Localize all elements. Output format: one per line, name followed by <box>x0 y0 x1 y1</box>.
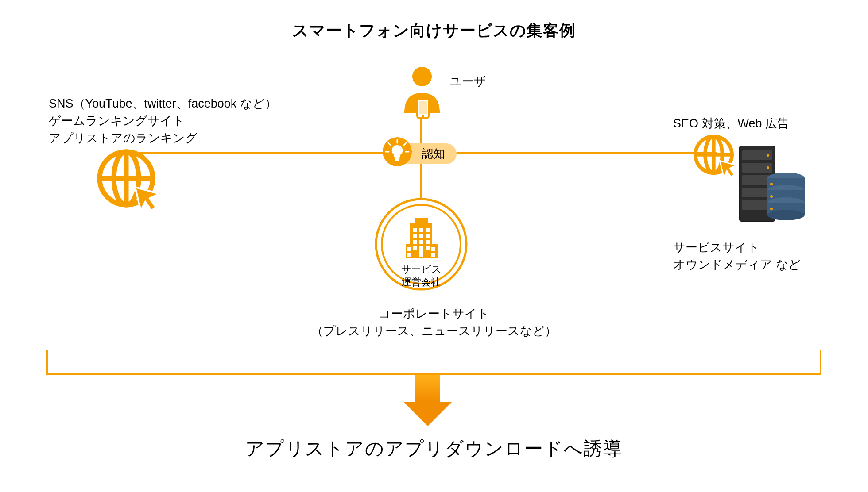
right-caption-line2: オウンドメディア など <box>673 256 801 273</box>
corporate-caption: コーポレートサイト （プレスリリース、ニュースリリースなど） <box>0 305 868 340</box>
svg-point-28 <box>767 166 769 169</box>
svg-rect-59 <box>419 246 423 257</box>
svg-point-41 <box>770 208 773 210</box>
company-label: サービス 運営会社 <box>374 263 469 288</box>
svg-rect-6 <box>395 157 400 159</box>
svg-rect-47 <box>415 218 428 224</box>
diagram-title: スマートフォン向けサービスの集客例 <box>0 20 868 42</box>
right-caption: サービスサイト オウンドメディア など <box>673 239 801 273</box>
svg-point-38 <box>767 210 805 220</box>
lightbulb-icon <box>382 136 413 169</box>
svg-rect-51 <box>413 234 417 238</box>
globe-click-icon-left <box>93 145 164 218</box>
svg-rect-7 <box>395 159 399 161</box>
right-text-top: SEO 対策、Web 広告 <box>673 115 789 132</box>
company-label-line2: 運営会社 <box>374 276 469 289</box>
svg-rect-54 <box>413 240 417 244</box>
bracket-connector <box>46 350 822 375</box>
svg-point-40 <box>770 195 773 198</box>
left-text-line3: アプリストアのランキング <box>49 130 277 147</box>
svg-rect-61 <box>407 253 411 257</box>
globe-click-icon-right <box>691 132 740 182</box>
connector-right <box>446 152 717 154</box>
svg-rect-48 <box>413 228 417 232</box>
svg-point-11 <box>422 115 424 117</box>
right-caption-line1: サービスサイト <box>673 239 801 256</box>
down-arrow-icon <box>410 375 446 424</box>
left-text: SNS（YouTube、twitter、facebook など） ゲームランキン… <box>49 95 277 147</box>
svg-rect-10 <box>419 101 427 114</box>
svg-rect-52 <box>419 234 423 238</box>
company-label-line1: サービス <box>374 263 469 276</box>
svg-rect-50 <box>426 228 430 232</box>
corporate-caption-line1: コーポレートサイト <box>0 305 868 323</box>
awareness-label: 認知 <box>422 147 445 160</box>
svg-rect-63 <box>431 253 435 257</box>
left-text-line2: ゲームランキングサイト <box>49 112 277 130</box>
corporate-caption-line2: （プレスリリース、ニュースリリースなど） <box>0 323 868 340</box>
svg-rect-57 <box>413 246 417 250</box>
left-text-line1: SNS（YouTube、twitter、facebook など） <box>49 95 277 112</box>
svg-point-39 <box>770 183 773 185</box>
svg-rect-56 <box>426 240 430 244</box>
svg-point-8 <box>412 67 432 86</box>
svg-rect-58 <box>426 246 430 250</box>
svg-rect-49 <box>419 228 423 232</box>
connector-left <box>133 152 394 154</box>
svg-rect-60 <box>407 247 411 251</box>
svg-rect-53 <box>426 234 430 238</box>
bottom-caption: アプリストアのアプリダウンロードへ誘導 <box>0 436 868 461</box>
user-icon <box>398 64 446 123</box>
user-label: ユーザ <box>450 73 486 90</box>
server-database-icon <box>735 142 810 232</box>
svg-point-27 <box>767 154 769 157</box>
svg-rect-62 <box>431 247 435 251</box>
svg-rect-55 <box>419 240 423 244</box>
diagram-canvas: スマートフォン向けサービスの集客例 認知 <box>0 0 868 492</box>
